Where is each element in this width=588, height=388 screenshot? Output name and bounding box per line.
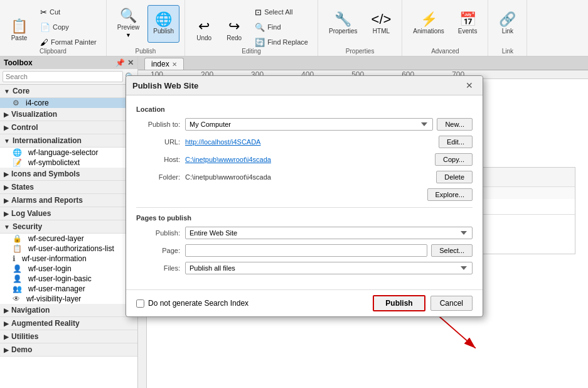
dialog-overlay: Publish Web Site ✕ Location Publish to: … [0,0,588,388]
dialog-title-bar: Publish Web Site ✕ [126,76,483,95]
folder-row: Folder: C:\inetpub\wwwroot\i4scada Delet… [136,171,473,183]
pages-section-label: Pages to publish [136,214,473,222]
folder-content: C:\inetpub\wwwroot\i4scada [185,173,431,181]
host-row: Host: C:\inetpub\wwwroot\i4scada Copy... [136,153,473,166]
publish-button[interactable]: Publish [373,295,425,311]
explore-row: Explore... [136,188,473,201]
delete-button[interactable]: Delete [436,171,473,183]
publish-to-content: My Computer New... [185,118,473,131]
host-label: Host: [136,156,180,163]
publish-pages-select[interactable]: Entire Web Site [185,227,473,239]
publish-pages-row: Publish: Entire Web Site [136,227,473,239]
folder-value: C:\inetpub\wwwroot\i4scada [185,173,271,181]
page-content: Select... [185,244,473,257]
no-search-index-checkbox[interactable] [136,299,144,308]
page-input[interactable] [185,244,427,257]
dialog-separator [136,207,473,208]
url-row: URL: http://localhost/i4SCADA Edit... [136,136,473,148]
url-label: URL: [136,138,180,146]
dialog-title-text: Publish Web Site [132,81,198,90]
new-button[interactable]: New... [437,118,473,131]
files-label: Files: [136,264,180,272]
files-select[interactable]: Publish all files [185,262,473,274]
checkbox-row-search: Do not generate Search Index [136,299,368,308]
dialog-body: Location Publish to: My Computer New... … [126,95,483,289]
folder-label: Folder: [136,173,180,181]
publish-to-row: Publish to: My Computer New... [136,118,473,131]
dialog-close-button[interactable]: ✕ [462,80,476,91]
host-value[interactable]: C:\inetpub\wwwroot\i4scada [185,156,271,163]
url-content: http://localhost/i4SCADA [185,138,434,146]
files-row: Files: Publish all files [136,262,473,274]
explore-button[interactable]: Explore... [427,188,473,201]
select-button[interactable]: Select... [431,244,473,257]
no-search-index-label: Do not generate Search Index [148,299,249,308]
location-section-label: Location [136,105,473,113]
publish-pages-content: Entire Web Site [185,227,473,239]
publish-pages-label: Publish: [136,229,180,237]
publish-to-select[interactable]: My Computer [185,118,433,131]
host-content: C:\inetpub\wwwroot\i4scada [185,156,430,163]
edit-button[interactable]: Edit... [439,136,473,148]
dialog-footer: Do not generate Search Index Publish Can… [126,289,483,316]
url-value[interactable]: http://localhost/i4SCADA [185,138,260,146]
page-row: Page: Select... [136,244,473,257]
publish-to-label: Publish to: [136,121,180,128]
cancel-button[interactable]: Cancel [430,296,473,311]
publish-dialog: Publish Web Site ✕ Location Publish to: … [126,75,483,317]
files-content: Publish all files [185,262,473,274]
page-label: Page: [136,247,180,254]
copy-dialog-button[interactable]: Copy... [435,153,473,166]
